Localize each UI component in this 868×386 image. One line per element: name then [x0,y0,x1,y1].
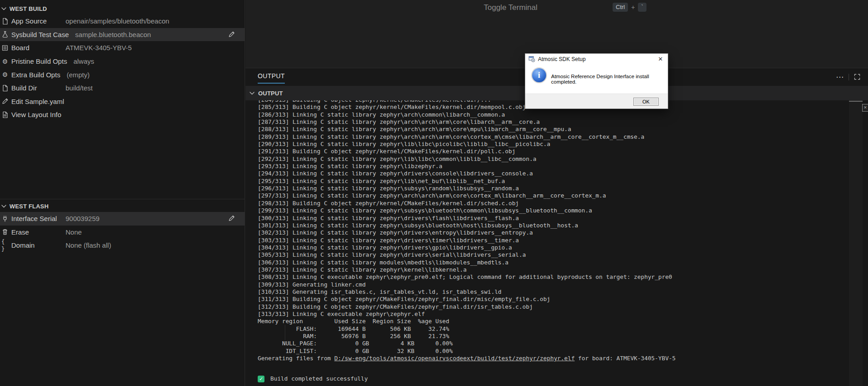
output-log[interactable]: [284/313] Building C object zephyr/kerne… [258,100,849,386]
sidebar-item-edit-sample-yaml[interactable]: Edit Sample.yaml [0,95,245,108]
success-check-icon: ✓ [258,376,264,382]
west-flash-section: WEST FLASH Interface Serial900039259Eras… [0,199,245,252]
maximize-panel-icon[interactable] [854,74,861,80]
log-line: [297/313] Linking C static library zephy… [258,192,849,199]
sidebar-item-interface-serial[interactable]: Interface Serial900039259 [0,212,245,226]
braces-icon: { } [1,242,9,249]
item-value: always [73,57,94,65]
minimap-track[interactable] [849,100,863,386]
backtick-key-badge: ` [638,3,646,12]
tab-output[interactable]: OUTPUT [258,72,285,84]
dialog-body: i Atmosic Reference Design Interface ins… [525,64,668,94]
log-line: [304/313] Linking C static library zephy… [258,244,849,251]
sidebar-item-pristine-build-opts[interactable]: ⚙Pristine Build Optsalways [0,55,245,68]
west-build-header[interactable]: WEST BUILD [0,3,245,14]
sidebar-item-view-layout-info[interactable]: View Layout Info [0,108,245,122]
item-value: ATMEVK-3405-YBV-5 [66,44,132,52]
ctrl-key-badge: Ctrl [613,3,628,12]
sidebar-item-board[interactable]: BoardATMEVK-3405-YBV-5 [0,41,245,55]
build-success-label: Build completed successfully [270,375,368,382]
scroll-decoration-icon: ✕ [862,104,868,112]
item-label: Extra Build Opts [11,71,60,79]
pencil-icon [1,98,9,105]
chevron-down-icon [1,7,6,10]
log-line: [300/313] Linking C static library zephy… [258,215,849,222]
installer-icon [528,56,535,62]
sidebar-item-app-source[interactable]: App Sourceopenair/samples/bluetooth/beac… [0,14,245,28]
vscode-window: WEST BUILD App Sourceopenair/samples/blu… [0,0,868,386]
tab-output-label: OUTPUT [258,72,285,80]
item-label: Build Dir [11,84,59,92]
plus-separator: + [631,4,635,11]
beaker-icon [1,31,9,38]
indent-guide [285,325,285,340]
sidebar-item-erase[interactable]: EraseNone [0,226,245,239]
log-line: IDT_LIST: 0 GB 32 KB 0.00% [258,348,849,355]
log-lines: [284/313] Building C object zephyr/kerne… [258,100,849,355]
minimap-slider[interactable] [849,101,863,102]
item-label: Domain [11,241,59,249]
zephyr-elf-link[interactable]: D:/sw-eng/tools/atmosic/openairvscodeext… [335,355,575,362]
log-line: [290/313] Linking C static library zephy… [258,141,849,148]
item-value: sample.bluetooth.beacon [75,31,151,38]
link-line-suffix: for board: ATMEVK-3405-YBV-5 [575,355,675,362]
item-label: View Layout Info [11,111,61,118]
item-label: Pristine Build Opts [11,57,67,65]
gear-icon: ⚙ [1,58,9,65]
log-line: NULL_PAGE: 0 GB 4 KB 0.00% [258,340,849,347]
log-line: [311/313] Building C object zephyr/CMake… [258,296,849,303]
gear-icon: ⚙ [1,71,9,78]
log-line: [296/313] Linking C static library zephy… [258,185,849,192]
log-line: [291/313] Building C object zephyr/kerne… [258,148,849,155]
file-icon [1,85,9,92]
trash-icon [1,228,9,235]
item-value: 900039259 [66,215,99,222]
item-label: Interface Serial [11,215,59,222]
ok-button[interactable]: OK [633,98,659,106]
west-build-section: WEST BUILD App Sourceopenair/samples/blu… [0,0,245,122]
sidebar-item-domain[interactable]: { }DomainNone (flash all) [0,239,245,252]
link-line-prefix: Generating files from [258,355,335,362]
chevron-down-icon [250,92,255,95]
board-icon [1,44,9,52]
log-line: [295/313] Linking C static library zephy… [258,178,849,185]
log-line: [307/313] Linking C static library zephy… [258,266,849,273]
log-line: Memory region Used Size Region Size %age… [258,318,849,325]
west-flash-items: Interface Serial900039259EraseNone{ }Dom… [0,212,245,252]
info-icon: i [532,68,546,82]
section-title: WEST BUILD [9,5,47,12]
log-line: [312/313] Building C object zephyr/CMake… [258,303,849,311]
log-line: [313/313] Linking C executable zephyr\ze… [258,311,849,318]
log-line: [293/313] Linking C static library zephy… [258,163,849,170]
file-icon [1,18,9,25]
log-line: [306/313] Linking C static library modul… [258,259,849,266]
close-icon[interactable]: ✕ [656,56,665,62]
dialog-title-bar[interactable]: Atmosic SDK Setup ✕ [525,54,668,64]
sidebar-item-extra-build-opts[interactable]: ⚙Extra Build Opts(empty) [0,68,245,81]
log-line: [292/313] Linking C static library zephy… [258,155,849,163]
item-value: None [66,228,82,236]
edit-pencil-icon[interactable] [228,31,236,38]
atmosic-sdk-setup-dialog: Atmosic SDK Setup ✕ i Atmosic Reference … [525,53,668,109]
section-title: WEST FLASH [9,203,49,210]
sidebar-item-sysbuild-test-case[interactable]: Sysbuild Test Casesample.bluetooth.beaco… [0,28,245,42]
divider [849,74,849,80]
more-actions-icon[interactable]: ⋯ [836,75,844,80]
dialog-message: Atmosic Reference Design Interface insta… [551,74,668,85]
item-value: openair/samples/bluetooth/beacon [66,17,169,25]
west-flash-header[interactable]: WEST FLASH [0,200,245,212]
sidebar-item-build-dir[interactable]: Build Dirbuild/test [0,81,245,95]
log-line: [287/313] Linking C static library zephy… [258,118,849,126]
west-build-items: App Sourceopenair/samples/bluetooth/beac… [0,14,245,122]
log-line: [289/313] Linking C static library zephy… [258,133,849,141]
log-line: [299/313] Linking C static library zephy… [258,207,849,214]
sidebar: WEST BUILD App Sourceopenair/samples/blu… [0,0,245,386]
dialog-footer: OK [525,94,668,108]
item-label: Erase [11,228,59,236]
watermark-keybinding: Ctrl + ` [613,3,646,12]
log-line: [286/313] Linking C static library zephy… [258,111,849,118]
item-label: Edit Sample.yaml [11,98,64,105]
item-label: App Source [11,17,59,25]
chevron-down-icon [1,205,6,208]
edit-pencil-icon[interactable] [228,215,236,222]
